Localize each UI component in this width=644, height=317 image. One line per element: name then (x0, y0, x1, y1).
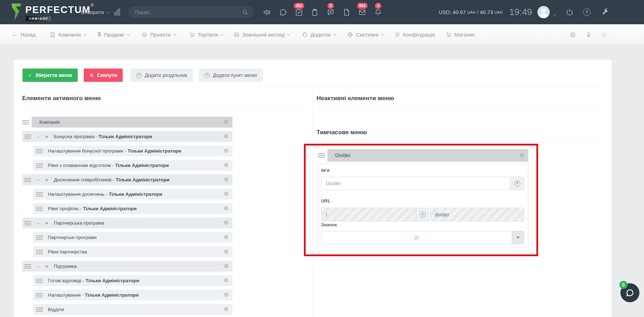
drag-handle-icon[interactable] (36, 163, 43, 168)
drag-handle-icon[interactable] (318, 149, 327, 162)
admin-only-suffix: Тільки Адміністратори (128, 148, 181, 154)
menu-row: - + Рівні партнерства ⚙ (22, 246, 232, 257)
collapse-minus-control[interactable]: - (36, 264, 41, 269)
nav-shop[interactable]: Магазин (446, 24, 475, 45)
search-input[interactable] (135, 9, 242, 15)
nav-trade[interactable]: Торгівля (189, 24, 223, 45)
gear-icon[interactable]: ⚙ (224, 220, 229, 226)
menu-item-label: Партнерська програма (54, 220, 104, 226)
copy-icon (302, 32, 308, 38)
clipboard-icon[interactable] (311, 8, 319, 17)
notifications-icon[interactable]: 4 (374, 8, 382, 17)
chevron-down-icon (333, 33, 336, 35)
nav-appearance[interactable]: Зовнішній вигляд (234, 24, 289, 45)
icon-select[interactable]: ⊘ (321, 231, 524, 244)
admin-only-suffix: Тільки Адміністратори (83, 206, 137, 211)
drag-handle-icon[interactable] (36, 192, 43, 196)
gear-icon[interactable]: ⚙ (224, 177, 229, 182)
gear-icon[interactable]: ⚙ (224, 264, 229, 269)
avatar-chevron-icon[interactable] (553, 11, 555, 17)
chat-unread-badge: 0 (619, 281, 627, 289)
save-menu-button[interactable]: ✓ Зберегти меню (23, 69, 78, 82)
create-menu-button[interactable]: Створити (81, 0, 109, 24)
drag-handle-icon[interactable] (36, 149, 43, 153)
add-divider-button[interactable]: Додати роздільник (130, 69, 193, 82)
url-input[interactable] (321, 208, 416, 221)
gear-icon[interactable]: ⚙ (224, 206, 229, 211)
drag-handle-icon[interactable] (24, 221, 31, 225)
gear-icon[interactable]: ⚙ (224, 148, 229, 154)
plus-circle-icon (204, 73, 210, 78)
nav-sales[interactable]: $ Продажі (98, 24, 129, 45)
gear-icon[interactable]: ⚙ (224, 235, 229, 240)
mail-icon[interactable]: 964 (358, 8, 366, 17)
gear-icon[interactable]: ⚙ (224, 163, 229, 168)
expand-plus-control[interactable]: + (44, 134, 49, 139)
drag-handle-icon[interactable] (36, 293, 43, 297)
perfectum-logo-icon (11, 3, 23, 21)
drag-handle-icon[interactable] (36, 250, 43, 254)
gear-icon[interactable]: ⚙ (224, 192, 229, 197)
gear-icon[interactable]: ⚙ (224, 278, 229, 283)
sound-icon[interactable] (263, 8, 272, 17)
settings-wrench-icon[interactable] (601, 0, 610, 24)
menu-item-label: Досягнення співробітників (54, 177, 111, 182)
chat-icon[interactable] (279, 8, 287, 17)
add-menu-item-button[interactable]: Додати пункт меню (199, 69, 262, 82)
image-icon (234, 32, 240, 38)
reset-button[interactable]: × Скинути (84, 69, 123, 82)
nav-system[interactable]: Системні (347, 24, 383, 45)
collapse-minus-control[interactable]: - (36, 220, 41, 226)
url-slug-input[interactable] (430, 208, 524, 221)
document-icon[interactable] (342, 8, 351, 17)
no-icon-blocked-icon: ⊘ (321, 231, 512, 244)
icon-select-dropdown-button[interactable] (512, 231, 524, 244)
nav-configuration[interactable]: Конфігурація (394, 24, 435, 45)
search-icon[interactable] (242, 9, 248, 15)
name-help-button[interactable]: ? (510, 177, 524, 190)
collapse-minus-control[interactable]: - (36, 134, 41, 139)
user-avatar[interactable] (537, 6, 550, 18)
comments-icon[interactable]: 3 (326, 8, 335, 17)
tasks-icon[interactable]: 252 (295, 8, 303, 17)
menu-item-label: Рівні профілю (48, 206, 79, 211)
expand-plus-control[interactable]: + (44, 264, 49, 269)
expand-plus-control[interactable]: + (44, 177, 49, 182)
dollar-icon: $ (98, 31, 101, 38)
collapse-minus-control[interactable]: - (36, 177, 41, 182)
name-input[interactable] (321, 177, 510, 190)
drag-handle-icon[interactable] (24, 135, 31, 139)
app-viewport: PERFECTUM® CRM+ERP Створити 252 (0, 0, 644, 317)
menu-row: - + Партнерська програма ⚙ (22, 218, 232, 228)
layers-icon (141, 32, 147, 38)
star-icon[interactable]: ☆ (601, 31, 607, 38)
stack-icon[interactable] (569, 31, 576, 38)
help-icon[interactable]: ? (583, 0, 591, 24)
drag-handle-icon[interactable] (22, 117, 32, 128)
gear-icon[interactable]: ⚙ (224, 292, 229, 298)
gear-icon[interactable]: ⚙ (224, 249, 229, 254)
nav-company[interactable]: Компанія (50, 24, 86, 45)
drag-handle-icon[interactable] (24, 264, 31, 269)
gear-icon[interactable]: ⚙ (224, 134, 229, 139)
admin-only-suffix: Тільки Адміністратори (98, 134, 152, 139)
gear-icon[interactable]: ⚙ (520, 153, 524, 158)
expand-plus-control[interactable]: + (44, 220, 49, 226)
drag-handle-icon[interactable] (36, 308, 43, 312)
drag-handle-icon[interactable] (36, 207, 43, 211)
nav-projects[interactable]: Проекти (141, 24, 176, 45)
url-help-button[interactable]: ? (416, 208, 429, 221)
reports-chart-icon[interactable] (114, 8, 120, 15)
drag-handle-icon[interactable] (24, 178, 31, 182)
admin-only-suffix: Тільки Адміністратори (116, 177, 170, 182)
active-menu-list: - + Компанія ⚙ - + Бонусна програма - Ті… (22, 117, 232, 317)
flame-icon[interactable] (585, 31, 592, 38)
drag-handle-icon[interactable] (36, 235, 43, 240)
menu-item-label: Відділи (48, 307, 64, 312)
gear-icon[interactable]: ⚙ (224, 307, 229, 312)
nav-back[interactable]: ← Назад (12, 24, 36, 45)
nav-addons[interactable]: Додатки (302, 24, 336, 45)
drag-handle-icon[interactable] (36, 279, 43, 283)
logout-power-icon[interactable] (566, 0, 574, 24)
gear-icon[interactable]: ⚙ (224, 119, 229, 125)
